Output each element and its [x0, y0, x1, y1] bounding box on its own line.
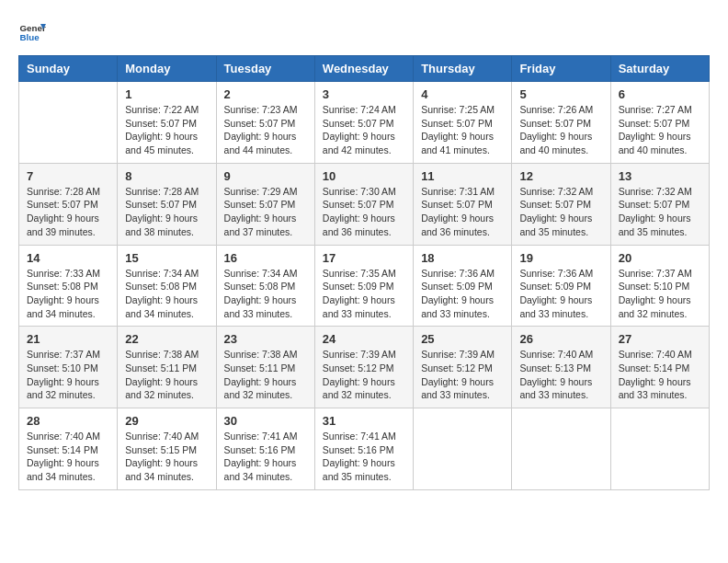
- day-info: Sunrise: 7:28 AMSunset: 5:07 PMDaylight:…: [125, 185, 208, 239]
- calendar-cell: 5 Sunrise: 7:26 AMSunset: 5:07 PMDayligh…: [512, 82, 610, 164]
- calendar-cell: 3 Sunrise: 7:24 AMSunset: 5:07 PMDayligh…: [314, 82, 413, 164]
- calendar-cell: 4 Sunrise: 7:25 AMSunset: 5:07 PMDayligh…: [414, 82, 512, 164]
- calendar-cell: 18 Sunrise: 7:36 AMSunset: 5:09 PMDaylig…: [414, 245, 512, 327]
- weekday-header-wednesday: Wednesday: [314, 56, 413, 82]
- calendar-cell: 12 Sunrise: 7:32 AMSunset: 5:07 PMDaylig…: [512, 163, 610, 245]
- day-info: Sunrise: 7:31 AMSunset: 5:07 PMDaylight:…: [421, 185, 504, 239]
- day-info: Sunrise: 7:22 AMSunset: 5:07 PMDaylight:…: [125, 103, 208, 157]
- day-number: 14: [27, 251, 109, 265]
- day-info: Sunrise: 7:26 AMSunset: 5:07 PMDaylight:…: [519, 103, 602, 157]
- day-info: Sunrise: 7:36 AMSunset: 5:09 PMDaylight:…: [519, 267, 602, 321]
- calendar-table: SundayMondayTuesdayWednesdayThursdayFrid…: [18, 55, 710, 490]
- weekday-header-saturday: Saturday: [610, 56, 709, 82]
- calendar-cell: 30 Sunrise: 7:41 AMSunset: 5:16 PMDaylig…: [216, 408, 314, 490]
- calendar-week-row: 1 Sunrise: 7:22 AMSunset: 5:07 PMDayligh…: [19, 82, 710, 164]
- day-info: Sunrise: 7:28 AMSunset: 5:07 PMDaylight:…: [27, 185, 109, 239]
- day-number: 5: [519, 87, 602, 101]
- day-number: 1: [125, 87, 208, 101]
- day-info: Sunrise: 7:34 AMSunset: 5:08 PMDaylight:…: [224, 267, 307, 321]
- day-info: Sunrise: 7:30 AMSunset: 5:07 PMDaylight:…: [323, 185, 405, 239]
- day-number: 22: [125, 332, 208, 346]
- day-number: 20: [619, 251, 701, 265]
- weekday-header-sunday: Sunday: [19, 56, 118, 82]
- calendar-cell: 22 Sunrise: 7:38 AMSunset: 5:11 PMDaylig…: [118, 327, 216, 408]
- calendar-cell: 9 Sunrise: 7:29 AMSunset: 5:07 PMDayligh…: [216, 163, 314, 245]
- day-info: Sunrise: 7:24 AMSunset: 5:07 PMDaylight:…: [323, 103, 405, 157]
- day-number: 8: [125, 169, 208, 183]
- day-number: 24: [323, 332, 405, 346]
- day-number: 16: [224, 251, 307, 265]
- page-header: General Blue: [18, 18, 710, 46]
- day-number: 7: [27, 169, 109, 183]
- calendar-cell: 31 Sunrise: 7:41 AMSunset: 5:16 PMDaylig…: [314, 408, 413, 490]
- day-number: 2: [224, 87, 307, 101]
- calendar-cell: 15 Sunrise: 7:34 AMSunset: 5:08 PMDaylig…: [118, 245, 216, 327]
- calendar-cell: 17 Sunrise: 7:35 AMSunset: 5:09 PMDaylig…: [314, 245, 413, 327]
- day-number: 3: [323, 87, 405, 101]
- day-number: 23: [224, 332, 307, 346]
- calendar-cell: [512, 408, 610, 490]
- calendar-cell: 23 Sunrise: 7:38 AMSunset: 5:11 PMDaylig…: [216, 327, 314, 408]
- weekday-header-row: SundayMondayTuesdayWednesdayThursdayFrid…: [19, 56, 710, 82]
- day-number: 6: [619, 87, 701, 101]
- day-number: 10: [323, 169, 405, 183]
- day-number: 18: [421, 251, 504, 265]
- calendar-cell: 7 Sunrise: 7:28 AMSunset: 5:07 PMDayligh…: [19, 163, 118, 245]
- day-number: 15: [125, 251, 208, 265]
- calendar-cell: 27 Sunrise: 7:40 AMSunset: 5:14 PMDaylig…: [610, 327, 709, 408]
- weekday-header-thursday: Thursday: [414, 56, 512, 82]
- calendar-cell: 8 Sunrise: 7:28 AMSunset: 5:07 PMDayligh…: [118, 163, 216, 245]
- calendar-cell: [610, 408, 709, 490]
- day-info: Sunrise: 7:40 AMSunset: 5:14 PMDaylight:…: [27, 430, 109, 484]
- day-info: Sunrise: 7:41 AMSunset: 5:16 PMDaylight:…: [224, 430, 307, 484]
- day-number: 29: [125, 414, 208, 428]
- day-number: 17: [323, 251, 405, 265]
- day-info: Sunrise: 7:40 AMSunset: 5:13 PMDaylight:…: [519, 348, 602, 402]
- day-info: Sunrise: 7:38 AMSunset: 5:11 PMDaylight:…: [125, 348, 208, 402]
- day-info: Sunrise: 7:32 AMSunset: 5:07 PMDaylight:…: [619, 185, 701, 239]
- logo: General Blue: [18, 18, 50, 46]
- calendar-cell: 1 Sunrise: 7:22 AMSunset: 5:07 PMDayligh…: [118, 82, 216, 164]
- calendar-cell: 21 Sunrise: 7:37 AMSunset: 5:10 PMDaylig…: [19, 327, 118, 408]
- calendar-cell: [414, 408, 512, 490]
- day-number: 13: [619, 169, 701, 183]
- logo-icon: General Blue: [18, 18, 46, 46]
- day-info: Sunrise: 7:25 AMSunset: 5:07 PMDaylight:…: [421, 103, 504, 157]
- day-number: 31: [323, 414, 405, 428]
- day-number: 11: [421, 169, 504, 183]
- day-info: Sunrise: 7:40 AMSunset: 5:14 PMDaylight:…: [619, 348, 701, 402]
- day-info: Sunrise: 7:38 AMSunset: 5:11 PMDaylight:…: [224, 348, 307, 402]
- day-info: Sunrise: 7:27 AMSunset: 5:07 PMDaylight:…: [619, 103, 701, 157]
- day-info: Sunrise: 7:40 AMSunset: 5:15 PMDaylight:…: [125, 430, 208, 484]
- calendar-cell: 13 Sunrise: 7:32 AMSunset: 5:07 PMDaylig…: [610, 163, 709, 245]
- day-info: Sunrise: 7:33 AMSunset: 5:08 PMDaylight:…: [27, 267, 109, 321]
- calendar-cell: 26 Sunrise: 7:40 AMSunset: 5:13 PMDaylig…: [512, 327, 610, 408]
- calendar-cell: 24 Sunrise: 7:39 AMSunset: 5:12 PMDaylig…: [314, 327, 413, 408]
- calendar-cell: 14 Sunrise: 7:33 AMSunset: 5:08 PMDaylig…: [19, 245, 118, 327]
- day-info: Sunrise: 7:34 AMSunset: 5:08 PMDaylight:…: [125, 267, 208, 321]
- calendar-week-row: 14 Sunrise: 7:33 AMSunset: 5:08 PMDaylig…: [19, 245, 710, 327]
- calendar-cell: [19, 82, 118, 164]
- calendar-week-row: 7 Sunrise: 7:28 AMSunset: 5:07 PMDayligh…: [19, 163, 710, 245]
- day-number: 21: [27, 332, 109, 346]
- day-info: Sunrise: 7:32 AMSunset: 5:07 PMDaylight:…: [519, 185, 602, 239]
- calendar-cell: 16 Sunrise: 7:34 AMSunset: 5:08 PMDaylig…: [216, 245, 314, 327]
- day-number: 4: [421, 87, 504, 101]
- calendar-cell: 29 Sunrise: 7:40 AMSunset: 5:15 PMDaylig…: [118, 408, 216, 490]
- calendar-cell: 10 Sunrise: 7:30 AMSunset: 5:07 PMDaylig…: [314, 163, 413, 245]
- weekday-header-tuesday: Tuesday: [216, 56, 314, 82]
- calendar-cell: 19 Sunrise: 7:36 AMSunset: 5:09 PMDaylig…: [512, 245, 610, 327]
- calendar-cell: 6 Sunrise: 7:27 AMSunset: 5:07 PMDayligh…: [610, 82, 709, 164]
- calendar-cell: 11 Sunrise: 7:31 AMSunset: 5:07 PMDaylig…: [414, 163, 512, 245]
- day-info: Sunrise: 7:36 AMSunset: 5:09 PMDaylight:…: [421, 267, 504, 321]
- calendar-cell: 20 Sunrise: 7:37 AMSunset: 5:10 PMDaylig…: [610, 245, 709, 327]
- day-info: Sunrise: 7:29 AMSunset: 5:07 PMDaylight:…: [224, 185, 307, 239]
- weekday-header-monday: Monday: [118, 56, 216, 82]
- day-number: 19: [519, 251, 602, 265]
- day-info: Sunrise: 7:41 AMSunset: 5:16 PMDaylight:…: [323, 430, 405, 484]
- day-number: 28: [27, 414, 109, 428]
- svg-text:Blue: Blue: [20, 32, 40, 42]
- day-number: 12: [519, 169, 602, 183]
- weekday-header-friday: Friday: [512, 56, 610, 82]
- day-number: 25: [421, 332, 504, 346]
